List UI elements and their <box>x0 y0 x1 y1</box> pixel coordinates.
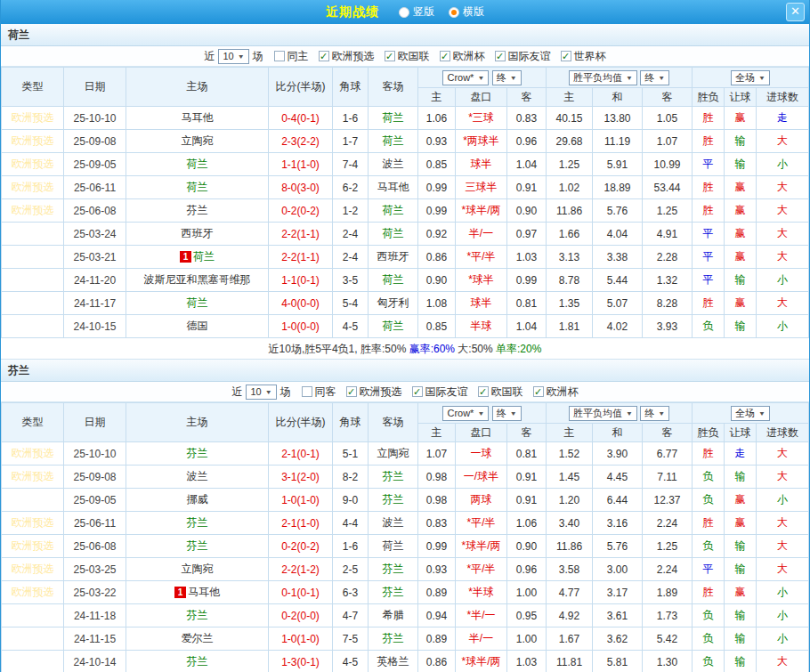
odds-handicap: 半/一 <box>456 223 507 246</box>
layout-radio[interactable]: 竖版 <box>399 4 434 20</box>
filter-checkbox[interactable]: ✓国际友谊 <box>495 49 551 64</box>
match-score: 2-2(1-2) <box>269 558 333 581</box>
home-team: 波兰 <box>126 466 269 489</box>
league-badge: 欧国联 <box>2 315 64 338</box>
avg-draw: 3.16 <box>593 512 643 535</box>
filter-checkbox[interactable]: ✓欧洲杯 <box>533 385 579 400</box>
home-team: 1马耳他 <box>126 581 269 604</box>
avg-away: 2.28 <box>643 246 693 269</box>
odds-stage-select[interactable]: 终▼ <box>492 406 522 421</box>
odds-home: 0.99 <box>418 176 456 199</box>
result-handicap: 输 <box>725 604 757 627</box>
match-count-select[interactable]: 10▼ <box>246 385 276 400</box>
result-handicap: 赢 <box>725 581 757 604</box>
avg-home: 1.45 <box>547 466 593 489</box>
odds-handicap: *平/半 <box>456 246 507 269</box>
filter-checkbox[interactable]: ✓欧洲杯 <box>440 49 485 64</box>
home-team: 荷兰 <box>126 292 269 315</box>
layout-radio[interactable]: 横版 <box>449 4 484 20</box>
bookmaker-select[interactable]: Crow*▼ <box>442 70 489 85</box>
away-team: 立陶宛 <box>369 442 418 466</box>
result-goals: 大 <box>757 176 809 199</box>
filter-checkbox[interactable]: ✓欧洲预选 <box>346 385 402 400</box>
match-count-select[interactable]: 10▼ <box>218 49 248 64</box>
avg-select[interactable]: 胜平负均值▼ <box>569 406 637 421</box>
result-handicap: 赢 <box>725 176 757 199</box>
result-outcome: 胜 <box>693 512 725 535</box>
league-badge: 欧洲预选 <box>2 535 64 558</box>
result-goals: 小 <box>757 315 809 338</box>
checkbox-label: 世界杯 <box>574 49 606 64</box>
col-header-avg-home: 主 <box>547 424 593 442</box>
odds-away: 1.06 <box>507 512 547 535</box>
league-badge: 国际友谊 <box>2 489 64 512</box>
scope-group-header: 全场▼ <box>693 68 809 88</box>
filter-checkbox[interactable]: ✓国际友谊 <box>412 385 468 400</box>
col-header-avg-draw: 和 <box>593 88 643 107</box>
bookmaker-select[interactable]: Crow*▼ <box>442 406 489 421</box>
match-date: 25-06-08 <box>64 199 126 223</box>
col-header-home: 主场 <box>126 403 269 442</box>
odds-away: 0.83 <box>507 107 547 130</box>
match-date: 25-06-11 <box>64 176 126 199</box>
col-header-date: 日期 <box>64 403 126 442</box>
filter-checkbox[interactable]: ✓欧洲预选 <box>319 49 375 64</box>
filter-suffix: 场 <box>253 49 263 64</box>
avg-away: 1.89 <box>643 581 693 604</box>
away-team: 波兰 <box>369 512 418 535</box>
home-team: 芬兰 <box>126 604 269 627</box>
match-row: 国际友谊25-09-05挪威1-0(1-0)9-0芬兰0.98两球0.911.2… <box>2 489 809 512</box>
col-header-score: 比分(半场) <box>269 68 333 107</box>
filter-checkboxes-0: 同主✓欧洲预选✓欧国联✓欧洲杯✓国际友谊✓世界杯 <box>274 49 606 64</box>
radio-label: 横版 <box>463 4 484 20</box>
avg-draw: 4.02 <box>593 315 643 338</box>
close-button[interactable]: ✕ <box>786 3 805 21</box>
odds-handicap: *半/一 <box>456 604 507 627</box>
result-goals: 大 <box>757 651 809 672</box>
avg-away: 2.24 <box>643 512 693 535</box>
match-date: 25-09-05 <box>64 153 126 176</box>
avg-stage-select[interactable]: 终▼ <box>640 406 669 421</box>
select-value: 终 <box>644 407 654 420</box>
odds-handicap: *平/半 <box>456 558 507 581</box>
odds-away: 1.00 <box>507 627 547 651</box>
odds-home: 0.93 <box>418 558 456 581</box>
chevron-down-icon: ▼ <box>626 409 633 417</box>
avg-home: 1.66 <box>547 223 593 246</box>
league-badge: 欧国联 <box>2 604 64 627</box>
league-badge: 欧国联 <box>2 651 64 672</box>
odds-handicap: *球半/两 <box>456 199 507 223</box>
filter-checkbox[interactable]: ✓世界杯 <box>561 49 606 64</box>
checkbox-icon <box>302 386 312 397</box>
checkbox-icon: ✓ <box>412 386 423 397</box>
scope-select[interactable]: 全场▼ <box>731 70 770 85</box>
filter-checkbox[interactable]: ✓欧国联 <box>478 385 523 400</box>
odds-handicap: *球半/两 <box>456 651 507 672</box>
filter-checkbox[interactable]: 同主 <box>274 49 309 64</box>
result-goals: 大 <box>757 558 809 581</box>
odds-home: 0.86 <box>418 246 456 269</box>
result-outcome: 胜 <box>693 442 725 466</box>
select-value: 10 <box>250 386 261 397</box>
avg-away: 1.25 <box>643 199 693 223</box>
corner-score: 1-6 <box>333 535 369 558</box>
filter-checkbox[interactable]: 同客 <box>302 385 336 400</box>
scope-select[interactable]: 全场▼ <box>731 406 770 421</box>
result-handicap: 赢 <box>725 223 757 246</box>
result-goals: 大 <box>757 199 809 223</box>
away-team: 波兰 <box>369 153 418 176</box>
result-outcome: 负 <box>693 466 725 489</box>
avg-stage-select[interactable]: 终▼ <box>640 70 669 85</box>
avg-select[interactable]: 胜平负均值▼ <box>569 70 637 85</box>
odds-stage-select[interactable]: 终▼ <box>492 70 522 85</box>
select-value: 胜平负均值 <box>573 407 622 420</box>
chevron-down-icon: ▼ <box>477 409 484 417</box>
avg-home: 4.77 <box>547 581 593 604</box>
chevron-down-icon: ▼ <box>758 74 765 81</box>
radio-icon <box>399 7 409 18</box>
corner-score: 6-3 <box>333 581 369 604</box>
avg-draw: 4.45 <box>593 466 643 489</box>
odds-group-header: Crow*▼ 终▼ <box>418 403 547 424</box>
filter-checkbox[interactable]: ✓欧国联 <box>385 49 430 64</box>
match-date: 24-10-15 <box>64 315 126 338</box>
